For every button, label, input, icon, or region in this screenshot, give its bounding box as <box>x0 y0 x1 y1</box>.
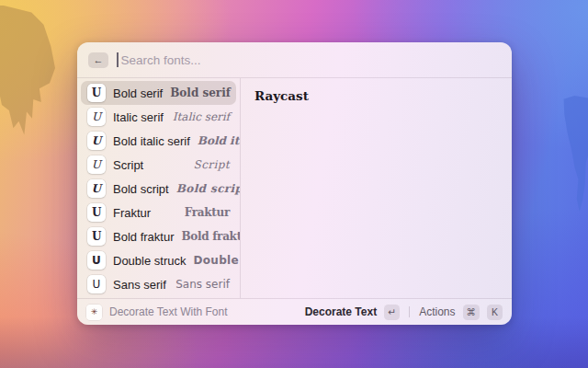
font-letter-icon: U <box>87 155 106 174</box>
font-preview-text: Bold serif <box>170 86 231 99</box>
return-key-badge: ↵ <box>384 305 400 320</box>
font-letter-glyph: U <box>92 255 101 266</box>
back-button[interactable]: ← <box>88 52 108 68</box>
primary-action-button[interactable]: Decorate Text <box>305 305 377 318</box>
extension-name: Decorate Text With Font <box>109 305 298 318</box>
content-area: U Bold serif Bold serif U Italic serif I… <box>77 78 512 298</box>
extension-icon: ✳ <box>86 305 102 320</box>
font-preview-text: Italic serif <box>173 110 230 123</box>
back-arrow-icon: ← <box>94 54 104 65</box>
font-list-item[interactable]: U Double struck Double struck <box>81 248 236 272</box>
font-list: U Bold serif Bold serif U Italic serif I… <box>77 78 240 298</box>
font-preview-text: Bold script <box>176 182 240 195</box>
font-preview-text: Double struck <box>193 254 240 267</box>
detail-panel: Raycast <box>241 78 512 298</box>
search-bar: ← Search fonts... <box>77 42 512 77</box>
font-preview-text: Bold italic serif <box>198 134 240 147</box>
font-letter-icon: U <box>87 108 106 126</box>
font-list-item[interactable]: U Fraktur Fraktur <box>81 201 236 224</box>
font-name-label: Script <box>113 158 187 172</box>
font-letter-icon: U <box>87 227 106 246</box>
font-letter-glyph: U <box>93 279 101 290</box>
footer-separator <box>409 306 410 317</box>
actions-button[interactable]: Actions <box>419 305 455 318</box>
font-letter-icon: U <box>87 251 106 270</box>
raycast-window: ← Search fonts... U Bold serif Bold seri… <box>77 42 512 325</box>
font-list-item[interactable]: U Bold italic serif Bold italic serif <box>81 129 236 153</box>
search-input[interactable]: Search fonts... <box>121 53 502 67</box>
font-list-item[interactable]: U Italic serif Italic serif <box>81 105 236 129</box>
desktop-wallpaper: ← Search fonts... U Bold serif Bold seri… <box>0 0 588 368</box>
font-letter-glyph: U <box>92 87 101 98</box>
font-list-item[interactable]: U Script Script <box>81 153 236 177</box>
font-letter-glyph: U <box>92 159 102 170</box>
font-name-label: Bold script <box>113 182 169 196</box>
command-key-badge: ⌘ <box>463 305 481 320</box>
font-letter-glyph: U <box>92 111 101 122</box>
font-preview-text: Script <box>194 158 230 171</box>
font-letter-icon: U <box>87 132 106 150</box>
footer-bar: ✳ Decorate Text With Font Decorate Text … <box>77 299 512 325</box>
font-name-label: Sans serif <box>113 278 168 292</box>
font-letter-icon: U <box>87 275 106 293</box>
text-caret <box>117 52 119 67</box>
font-name-label: Fraktur <box>113 206 177 220</box>
font-letter-icon: U <box>87 203 106 222</box>
wallpaper-landmass-left <box>0 6 57 142</box>
k-key-badge: K <box>487 305 503 320</box>
font-list-item[interactable]: U Sans serif Sans serif <box>81 272 236 296</box>
font-letter-icon: U <box>87 84 106 102</box>
font-name-label: Double struck <box>113 254 186 268</box>
font-name-label: Italic serif <box>113 110 165 124</box>
font-list-item[interactable]: U Bold script Bold script <box>81 177 236 201</box>
wallpaper-landmass-right <box>558 96 588 212</box>
extension-icon-glyph: ✳ <box>91 307 98 316</box>
font-letter-glyph: U <box>92 231 101 242</box>
font-preview-text: Sans serif <box>175 278 230 291</box>
font-letter-glyph: U <box>92 135 101 146</box>
detail-preview: Raycast <box>254 88 498 103</box>
font-name-label: Bold serif <box>113 86 163 100</box>
font-letter-icon: U <box>87 179 106 198</box>
font-letter-glyph: U <box>92 207 101 218</box>
font-list-item[interactable]: U Bold serif Bold serif <box>81 81 236 105</box>
font-preview-text: Fraktur <box>185 206 230 219</box>
font-letter-glyph: U <box>92 183 102 194</box>
font-preview-text: Bold fraktur <box>181 230 240 243</box>
font-name-label: Bold italic serif <box>113 134 190 148</box>
font-list-item[interactable]: U Bold fraktur Bold fraktur <box>81 224 236 248</box>
font-name-label: Bold fraktur <box>113 230 174 244</box>
